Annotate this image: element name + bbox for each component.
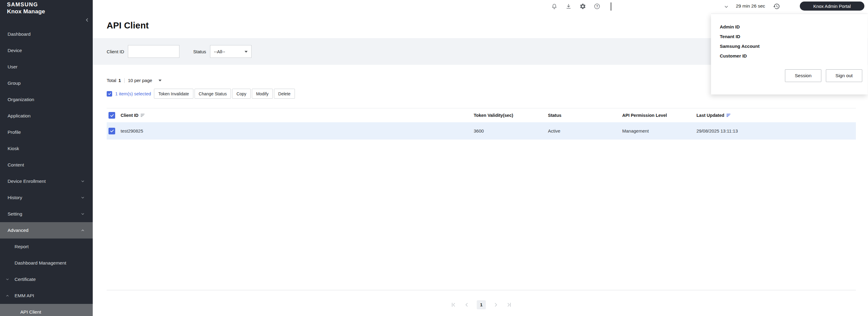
cell-token-validity: 3600 bbox=[474, 128, 548, 134]
samsung-account-label: Samsung Account bbox=[720, 44, 760, 49]
svg-text:?: ? bbox=[596, 4, 598, 8]
sidebar-item-organization[interactable]: Organization bbox=[0, 92, 93, 108]
sidebar-item-dashboard-management[interactable]: Dashboard Management bbox=[0, 255, 93, 271]
table-empty-space bbox=[107, 140, 856, 290]
last-page-icon[interactable] bbox=[506, 302, 513, 308]
sidebar-item-application[interactable]: Application bbox=[0, 108, 93, 124]
sidebar-item-label: Device Enrollment bbox=[7, 179, 46, 184]
api-client-table: Client ID Token Validity(sec) Status API… bbox=[107, 108, 856, 290]
sort-icon[interactable] bbox=[141, 114, 145, 117]
total-label: Total bbox=[107, 78, 116, 83]
page-size-value: 10 per page bbox=[128, 78, 152, 83]
sidebar-item-label: API Client bbox=[20, 309, 41, 315]
change-status-button[interactable]: Change Status bbox=[194, 89, 231, 99]
total-count: 1 bbox=[119, 78, 121, 83]
current-page-button[interactable]: 1 bbox=[477, 300, 486, 309]
sidebar-item-profile[interactable]: Profile bbox=[0, 124, 93, 140]
sort-icon-active[interactable] bbox=[726, 114, 731, 117]
delete-button[interactable]: Delete bbox=[274, 89, 294, 99]
status-select-value: --All-- bbox=[214, 49, 225, 54]
session-refresh-icon[interactable] bbox=[773, 3, 780, 10]
next-page-icon[interactable] bbox=[493, 302, 499, 308]
session-button[interactable]: Session bbox=[785, 69, 821, 82]
account-field-admin-id: Admin ID bbox=[720, 22, 868, 32]
sidebar-item-user[interactable]: User bbox=[0, 59, 93, 75]
sidebar-item-label: Profile bbox=[7, 130, 21, 135]
column-header-api-permission-level[interactable]: API Permission Level bbox=[622, 113, 696, 118]
previous-page-icon[interactable] bbox=[463, 302, 470, 308]
sidebar-item-dashboard[interactable]: Dashboard bbox=[0, 26, 93, 42]
cell-client-id[interactable]: test290825 bbox=[121, 128, 474, 134]
brand-samsung: SAMSUNG bbox=[7, 2, 45, 8]
sidebar-item-label: Organization bbox=[7, 97, 34, 102]
summary-divider bbox=[124, 78, 125, 83]
tenant-id-label: Tenant ID bbox=[720, 34, 740, 39]
chevron-up-icon bbox=[81, 228, 85, 233]
sidebar-item-device-enrollment[interactable]: Device Enrollment bbox=[0, 173, 93, 189]
chevron-up-icon bbox=[5, 294, 9, 298]
topbar-divider bbox=[611, 2, 611, 10]
sidebar-item-emm-api[interactable]: EMM API bbox=[0, 287, 93, 304]
status-filter-label: Status bbox=[193, 49, 207, 54]
topbar: ? 29 min 26 sec Knox Admin Portal bbox=[93, 0, 868, 13]
copy-button[interactable]: Copy bbox=[232, 89, 251, 99]
gear-icon[interactable] bbox=[580, 3, 586, 10]
column-header-last-updated[interactable]: Last Updated bbox=[696, 113, 856, 118]
column-header-client-id[interactable]: Client ID bbox=[121, 113, 474, 118]
sidebar-item-label: Certificate bbox=[14, 277, 36, 282]
status-select[interactable]: --All-- bbox=[210, 45, 252, 58]
help-icon[interactable]: ? bbox=[594, 3, 600, 10]
sidebar-item-label: Advanced bbox=[7, 227, 29, 233]
sidebar-item-setting[interactable]: Setting bbox=[0, 206, 93, 222]
account-dropdown-panel: Admin ID Tenant ID Samsung Account Custo… bbox=[711, 13, 868, 95]
sidebar-item-device[interactable]: Device bbox=[0, 42, 93, 59]
column-label: Last Updated bbox=[696, 113, 724, 118]
sidebar-item-label: History bbox=[7, 195, 22, 200]
page-size-dropdown[interactable]: 10 per page bbox=[128, 78, 161, 83]
sidebar-item-advanced[interactable]: Advanced bbox=[0, 222, 93, 239]
row-checkbox[interactable] bbox=[108, 128, 115, 134]
chevron-down-icon bbox=[81, 196, 85, 200]
sidebar-item-label: Device bbox=[7, 48, 22, 53]
account-field-customer-id: Customer ID bbox=[720, 51, 868, 61]
table-header-row: Client ID Token Validity(sec) Status API… bbox=[107, 108, 856, 122]
sidebar-item-label: Content bbox=[7, 162, 24, 168]
sidebar-item-content[interactable]: Content bbox=[0, 157, 93, 173]
sidebar-collapse-icon[interactable] bbox=[84, 17, 90, 23]
column-header-status[interactable]: Status bbox=[548, 113, 622, 118]
sidebar-item-label: Setting bbox=[7, 211, 22, 217]
sidebar-item-label: Dashboard bbox=[7, 32, 31, 37]
sidebar-item-certificate[interactable]: Certificate bbox=[0, 271, 93, 287]
client-id-filter-label: Client ID bbox=[107, 49, 124, 54]
customer-id-label: Customer ID bbox=[720, 53, 747, 59]
column-header-token-validity[interactable]: Token Validity(sec) bbox=[474, 113, 548, 118]
chevron-down-icon bbox=[81, 179, 85, 183]
sign-out-button[interactable]: Sign out bbox=[826, 69, 862, 82]
download-icon[interactable] bbox=[565, 3, 572, 10]
sidebar-item-group[interactable]: Group bbox=[0, 75, 93, 92]
bell-icon[interactable] bbox=[551, 3, 558, 10]
account-field-samsung-account: Samsung Account bbox=[720, 41, 868, 51]
session-chevron-down-icon[interactable] bbox=[724, 4, 729, 10]
client-id-input[interactable] bbox=[128, 45, 179, 58]
token-invalidate-button[interactable]: Token Invalidate bbox=[154, 89, 193, 99]
first-page-icon[interactable] bbox=[450, 302, 457, 308]
sidebar-item-label: EMM API bbox=[14, 293, 34, 299]
table-row[interactable]: test290825 3600 Active Management 29/08/… bbox=[107, 122, 856, 140]
column-label: Token Validity(sec) bbox=[474, 113, 513, 118]
sidebar-item-api-client[interactable]: API Client bbox=[0, 304, 93, 316]
cell-api-permission: Management bbox=[622, 128, 696, 134]
select-all-checkbox[interactable] bbox=[108, 112, 115, 119]
knox-admin-portal-button[interactable]: Knox Admin Portal bbox=[800, 1, 864, 10]
modify-button[interactable]: Modify bbox=[252, 89, 273, 99]
column-label: Status bbox=[548, 113, 561, 118]
main-area: ? 29 min 26 sec Knox Admin Portal Admin … bbox=[93, 0, 868, 316]
sidebar-item-report[interactable]: Report bbox=[0, 239, 93, 255]
selection-checkbox[interactable] bbox=[107, 91, 112, 97]
sidebar-item-history[interactable]: History bbox=[0, 189, 93, 206]
sidebar-item-kiosk[interactable]: Kiosk bbox=[0, 140, 93, 157]
sidebar-nav: Dashboard Device User Group Organization… bbox=[0, 26, 93, 316]
sidebar-item-label: User bbox=[7, 64, 18, 70]
select-arrow-icon bbox=[245, 51, 248, 52]
sidebar-item-label: Application bbox=[7, 113, 31, 119]
